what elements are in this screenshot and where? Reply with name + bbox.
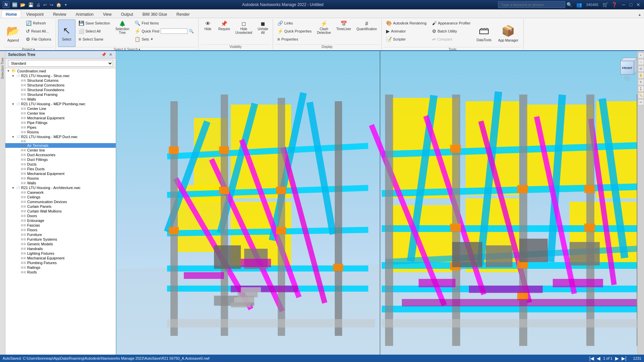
tab-output[interactable]: Output [117,10,138,18]
select-same-button[interactable]: ≡ Select Same [76,36,112,43]
hide-button[interactable]: 👁 Hide [201,19,215,33]
file-options-button[interactable]: ⚙ File Options [23,36,54,43]
nav-last-btn[interactable]: ▶| [622,356,627,361]
tree-item-rooms2[interactable]: ⊞⊞Rooms [5,176,116,181]
selection-tree-button[interactable]: 🌲 SelectionTree [113,19,131,36]
app-manager-button[interactable]: 📦 App Manager [495,19,521,47]
quick-find-button[interactable]: ⚡ Quick Find 🔍 [132,27,196,35]
home-icon[interactable]: 🏠 [56,2,61,7]
expand-icon[interactable]: ▼ [11,135,16,139]
tree-item-mech_eq1[interactable]: ⊞⊞Mechanical Equipment [5,116,116,120]
tree-item-ducts[interactable]: ⊞⊞Ducts [5,162,116,167]
datatools-button[interactable]: 🗃 DataTools [474,19,494,47]
tree-item-entourage[interactable]: ⊞⊞Entourage [5,218,116,223]
tree-item-furn_sys[interactable]: ⊞⊞Furniture Systems [5,237,116,242]
compare-button[interactable]: ⇌ Compare [430,36,473,43]
tree-item-mep_plumb[interactable]: ▼📄R21 LTU Housing - MEP Plumbing.nwc [5,102,116,106]
tree-item-center3[interactable]: ⊞⊞Center line [5,148,116,153]
search-input[interactable] [498,1,565,8]
sets-dropdown-icon[interactable]: ▼ [150,38,153,41]
tree-item-doors[interactable]: ⊞⊞Doors [5,214,116,218]
zoom-in-btn[interactable]: + [638,52,644,58]
tree-item-casework[interactable]: ⊞⊞Casework [5,190,116,195]
tree-item-rooms1[interactable]: ⊞⊞Rooms [5,130,116,134]
tree-item-furniture[interactable]: ⊞⊞Furniture [5,232,116,237]
new-icon[interactable]: 🆕 [12,2,17,7]
tree-item-center1[interactable]: ⊞⊞Center Line [5,106,116,111]
require-button[interactable]: 📌 Require [216,19,232,33]
tree-item-struc_found[interactable]: ⊞⊞Structural Foundations [5,87,116,92]
hide-unselected-button[interactable]: ◻ HideUnselected [233,19,255,36]
tree-item-plumb_fix[interactable]: ⊞⊞Plumbing Fixtures [5,260,116,265]
tab-animation[interactable]: Animation [71,10,98,18]
tree-item-walls1[interactable]: ⊞⊞Walls [5,97,116,102]
append-button[interactable]: 📂 Append [3,19,23,47]
cart-icon[interactable]: 🛒 [602,2,608,7]
tree-item-struc_conn[interactable]: ⊞⊞Structural Connections [5,83,116,87]
clash-detective-button[interactable]: ⚡ ClashDetective [315,19,333,36]
section-btn[interactable]: ✂ [638,99,644,105]
tree-container[interactable]: ▼📁Coordination.nwd▼📄R21 LTU Housing - St… [5,68,116,355]
tree-item-ceilings[interactable]: ⊞⊞Ceilings [5,195,116,199]
tree-item-struc_col[interactable]: ⊞⊞Structural Columns [5,78,116,83]
view-cube[interactable]: FRONT ↻ [614,54,641,81]
tree-item-mech_eq2[interactable]: ⊞⊞Mechanical Equipment [5,171,116,176]
quick-find-search-icon[interactable]: 🔍 [189,29,194,34]
zoom-out-btn[interactable]: − [638,59,644,65]
redo-icon[interactable]: ↪ [50,2,53,7]
tree-item-pipe_fit[interactable]: ⊞⊞Pipe Fittings [5,120,116,125]
tree-item-curtain_panels[interactable]: ⊞⊞Curtain Panels [5,204,116,209]
tree-item-curtain_mullions[interactable]: ⊞⊞Curtain Wall Mullions [5,209,116,214]
timeliner-button[interactable]: 📅 TimeLiner [334,19,354,33]
tab-home[interactable]: Home [1,10,21,18]
tab-render[interactable]: Render [172,10,194,18]
tree-item-coord[interactable]: ▼📁Coordination.nwd [5,68,116,73]
find-items-button[interactable]: 🔍 Find Items [132,19,196,27]
close-btn[interactable]: ✕ [635,2,641,8]
links-button[interactable]: 🔗 Links [275,19,314,27]
nav-next-btn[interactable]: ▶ [615,356,619,361]
sets-button[interactable]: 📋 Sets ▼ [132,36,196,43]
side-tab-label[interactable]: Selection Tree [1,58,4,79]
search-btn[interactable]: 🔍 [567,2,572,7]
expand-icon[interactable]: ▼ [7,69,11,73]
help-icon[interactable]: ❓ [611,2,617,7]
tree-item-arch[interactable]: ▼📄R21 LTU Housing - Architecture.nwc [5,185,116,190]
tree-item-duct_acc[interactable]: ⊞⊞Duct Accessories [5,153,116,157]
pan-btn[interactable]: ✋ [638,72,644,78]
tree-item-space_sep[interactable]: ⊞⊞ [5,139,116,143]
tree-item-walls2[interactable]: ⊞⊞Walls [5,181,116,185]
print-icon[interactable]: 🖨 [36,2,41,7]
nav-prev-btn[interactable]: ◀ [597,356,600,361]
refresh-button[interactable]: 🔄 Refresh [23,19,54,27]
walk-btn[interactable]: 🚶 [638,86,644,92]
tab-view[interactable]: View [99,10,116,18]
scripter-button[interactable]: 📝 Scripter [384,36,429,43]
quantification-button[interactable]: # Quantification [354,19,379,33]
unhide-all-button[interactable]: ◼ UnhideAll [255,19,271,36]
tree-item-pipes[interactable]: ⊞⊞Pipes [5,125,116,130]
tree-mode-dropdown[interactable]: Standard Compact Properties Sets [8,60,113,67]
tree-item-mech_eq3[interactable]: ⊞⊞Mechanical Equipment [5,256,116,260]
reset-all-button[interactable]: ↺ Reset All... [23,27,54,35]
nav-first-btn[interactable]: |◀ [589,356,594,361]
expand-icon[interactable]: ▼ [11,186,16,190]
panel-close-button[interactable]: ✕ [108,52,113,57]
expand-icon[interactable]: ▼ [11,102,16,106]
tree-item-mep_duct[interactable]: ▼📄R21 LTU Housing - MEP Duct.nwc [5,134,116,139]
undo-icon[interactable]: ↩ [43,2,47,7]
appearance-profiler-button[interactable]: 🖌 Appearance Profiler [430,19,473,27]
select-all-button[interactable]: ⬜ Select All [76,27,112,35]
zoom-fit-btn[interactable]: ⊡ [638,66,644,72]
tab-review[interactable]: Review [49,10,70,18]
tree-item-flex_ducts[interactable]: ⊞⊞Flex Ducts [5,167,116,171]
save-icon[interactable]: 💾 [28,2,34,7]
open-icon[interactable]: 📂 [20,2,25,7]
save-selection-button[interactable]: 💾 Save Selection [76,19,112,27]
tree-item-roofs[interactable]: ⊞⊞Roofs [5,270,116,275]
quick-properties-button[interactable]: ⚡ Quick Properties [275,27,314,35]
measure-btn[interactable]: 📏 [638,93,644,99]
ribbon-collapse[interactable]: ▲ [635,11,644,18]
tree-item-fascias[interactable]: ⊞⊞Fascias [5,223,116,228]
orbit-btn[interactable]: ↻ [638,79,644,85]
